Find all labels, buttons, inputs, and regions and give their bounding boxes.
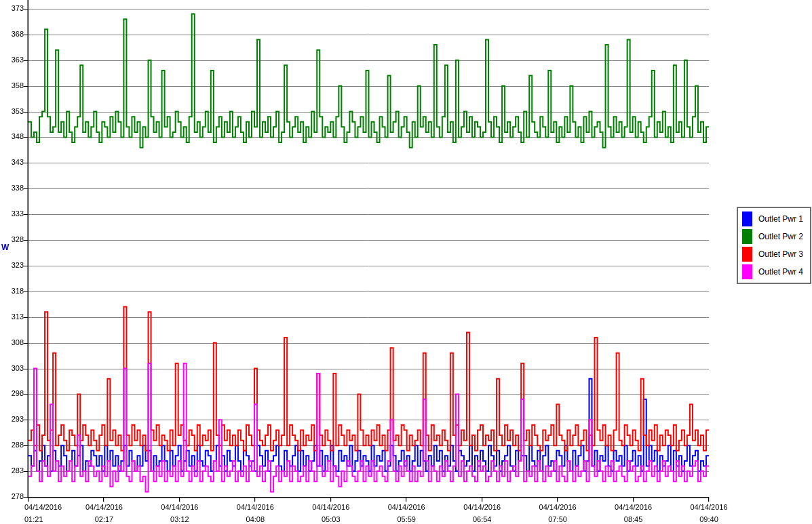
x-tick-time: 09:40 [690, 513, 727, 524]
y-tick-label: 318 [0, 287, 24, 295]
x-tick-label: 04/14/201605:59 [388, 501, 425, 524]
x-tick-label: 04/14/201605:03 [312, 501, 349, 524]
x-tick-label: 04/14/201604:08 [237, 501, 274, 524]
y-tick-label: 293 [0, 415, 24, 423]
x-tick-time: 08:45 [615, 513, 652, 524]
legend-label: Outlet Pwr 4 [758, 267, 803, 277]
outlet-pwr-4-swatch-icon [742, 264, 752, 279]
legend-label: Outlet Pwr 3 [758, 249, 803, 259]
x-tick-time: 05:03 [312, 513, 349, 524]
outlet-power-chart-canvas [0, 0, 812, 524]
y-tick-label: 363 [0, 56, 24, 64]
legend-item-outlet-pwr-1[interactable]: Outlet Pwr 1 [742, 211, 807, 226]
y-tick-label: 333 [0, 209, 24, 218]
y-tick-label: 323 [0, 261, 24, 269]
x-tick-time: 02:17 [85, 513, 123, 524]
x-tick-date: 04/14/2016 [161, 501, 198, 513]
x-tick-date: 04/14/2016 [312, 501, 349, 513]
x-tick-time: 04:08 [237, 513, 274, 524]
y-tick-label: 373 [0, 4, 24, 12]
legend: Outlet Pwr 1 Outlet Pwr 2 Outlet Pwr 3 O… [737, 207, 811, 284]
y-tick-label: 278 [0, 492, 24, 500]
y-tick-label: 288 [0, 441, 24, 449]
x-tick-date: 04/14/2016 [237, 501, 274, 513]
y-tick-label: 303 [0, 364, 24, 372]
y-tick-label: 338 [0, 184, 24, 192]
x-tick-label: 04/14/201609:40 [690, 501, 727, 524]
y-tick-label: 283 [0, 466, 24, 475]
x-tick-date: 04/14/2016 [463, 501, 501, 513]
legend-item-outlet-pwr-2[interactable]: Outlet Pwr 2 [742, 229, 807, 244]
x-tick-label: 04/14/201602:17 [85, 501, 123, 524]
x-tick-date: 04/14/2016 [388, 501, 425, 513]
x-tick-time: 06:54 [463, 513, 501, 524]
x-tick-time: 03:12 [161, 513, 198, 524]
legend-label: Outlet Pwr 2 [758, 232, 803, 241]
y-tick-label: 353 [0, 107, 24, 115]
y-tick-label: 308 [0, 338, 24, 346]
x-tick-time: 05:59 [388, 513, 425, 524]
x-tick-label: 04/14/201603:12 [161, 501, 198, 524]
x-tick-label: 04/14/201608:45 [615, 501, 652, 524]
y-tick-label: 368 [0, 30, 24, 38]
y-axis-title: W [1, 243, 9, 252]
y-tick-label: 343 [0, 158, 24, 166]
y-tick-label: 348 [0, 132, 24, 140]
outlet-pwr-3-swatch-icon [742, 247, 752, 262]
x-tick-date: 04/14/2016 [85, 501, 123, 513]
x-tick-label: 04/14/201601:21 [24, 501, 62, 524]
x-tick-date: 04/14/2016 [690, 501, 727, 513]
power-chart-page: 2782832882932983033083133183233283333383… [0, 0, 812, 524]
x-tick-label: 04/14/201606:54 [463, 501, 501, 524]
outlet-pwr-1-swatch-icon [742, 211, 752, 226]
x-tick-time: 07:50 [539, 513, 577, 524]
x-tick-date: 04/14/2016 [539, 501, 577, 513]
legend-label: Outlet Pwr 1 [758, 214, 803, 224]
y-tick-label: 298 [0, 389, 24, 397]
x-tick-date: 04/14/2016 [24, 501, 62, 513]
legend-item-outlet-pwr-4[interactable]: Outlet Pwr 4 [742, 264, 807, 279]
legend-item-outlet-pwr-3[interactable]: Outlet Pwr 3 [742, 247, 807, 262]
x-tick-date: 04/14/2016 [615, 501, 652, 513]
x-tick-time: 01:21 [24, 513, 62, 524]
x-tick-label: 04/14/201607:50 [539, 501, 577, 524]
outlet-pwr-2-swatch-icon [742, 229, 752, 244]
y-tick-label: 313 [0, 313, 24, 321]
y-tick-label: 358 [0, 81, 24, 89]
